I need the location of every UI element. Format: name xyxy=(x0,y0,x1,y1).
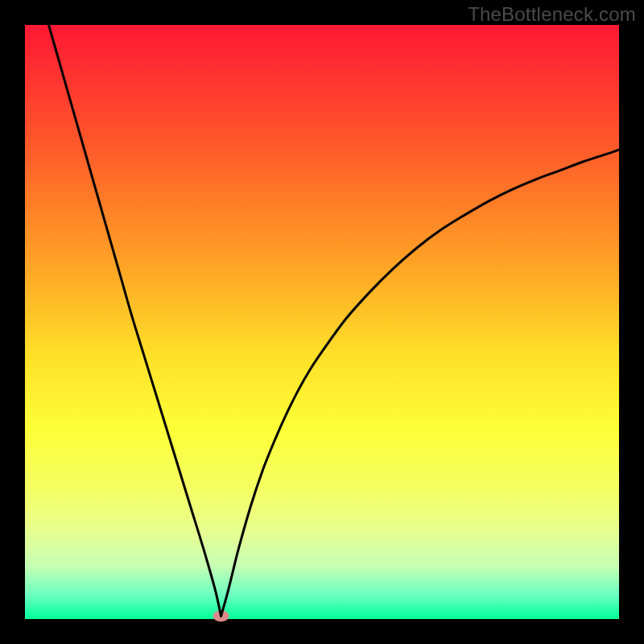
plot-background xyxy=(25,25,619,619)
chart-frame: TheBottleneck.com xyxy=(0,0,644,644)
bottleneck-chart xyxy=(0,0,644,644)
